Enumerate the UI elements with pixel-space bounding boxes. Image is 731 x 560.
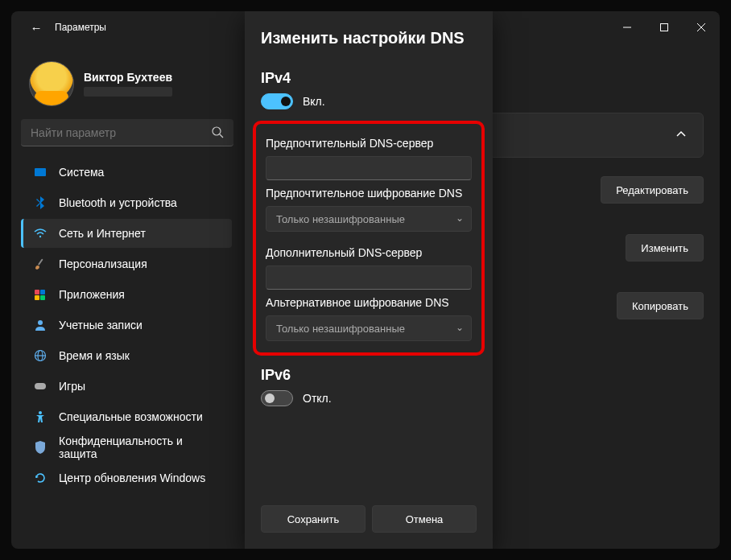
nav-item-accessibility[interactable]: Специальные возможности <box>21 402 232 431</box>
ipv6-heading: IPv6 <box>261 367 477 384</box>
ipv4-toggle[interactable] <box>261 93 293 109</box>
save-button[interactable]: Сохранить <box>261 505 366 533</box>
nav-label: Время и язык <box>59 349 130 362</box>
alt-encryption-label: Альтернативное шифрование DNS <box>266 296 472 309</box>
brush-icon <box>33 257 47 271</box>
nav-item-windows-update[interactable]: Центр обновления Windows <box>21 463 232 492</box>
chevron-up-icon <box>675 129 687 142</box>
maximize-button[interactable] <box>646 11 683 43</box>
dialog-footer: Сохранить Отмена <box>245 496 493 549</box>
nav-item-network[interactable]: Сеть и Интернет <box>21 219 232 248</box>
nav-label: Специальные возможности <box>59 410 203 423</box>
user-icon <box>33 318 47 332</box>
nav-item-system[interactable]: Система <box>21 158 232 187</box>
nav-item-accounts[interactable]: Учетные записи <box>21 311 232 340</box>
cancel-button[interactable]: Отмена <box>372 505 477 533</box>
preferred-dns-label: Предпочтительный DNS-сервер <box>266 137 472 150</box>
system-icon <box>33 165 47 179</box>
nav-label: Игры <box>59 380 85 393</box>
ipv6-toggle-label: Откл. <box>303 392 332 405</box>
copy-button[interactable]: Копировать <box>617 292 704 319</box>
nav-label: Система <box>59 166 104 179</box>
update-icon <box>33 471 47 485</box>
nav-label: Конфиденциальность и защита <box>59 434 222 460</box>
accessibility-icon <box>33 410 47 424</box>
bluetooth-icon <box>33 196 47 210</box>
nav-label: Учетные записи <box>59 319 142 331</box>
wifi-icon <box>33 226 47 241</box>
dns-settings-dialog: Изменить настройки DNS IPv4 Вкл. Предпоч… <box>245 11 493 549</box>
user-name: Виктор Бухтеев <box>84 71 172 84</box>
minimize-button[interactable] <box>609 11 646 43</box>
alt-dns-input[interactable] <box>266 266 472 290</box>
preferred-encryption-label: Предпочтительное шифрование DNS <box>266 187 472 200</box>
app-title: Параметры <box>55 22 106 33</box>
dialog-title: Изменить настройки DNS <box>261 29 477 47</box>
edit-button[interactable]: Редактировать <box>601 176 704 204</box>
ipv4-heading: IPv4 <box>261 70 477 87</box>
search-input[interactable] <box>21 119 233 146</box>
window-controls <box>609 11 720 43</box>
ipv6-toggle[interactable] <box>261 390 293 406</box>
preferred-encryption-select[interactable]: Только незашифрованные <box>266 206 472 232</box>
svg-rect-7 <box>38 258 43 266</box>
avatar <box>29 61 74 106</box>
nav-list: Система Bluetooth и устройства Сеть и Ин… <box>18 156 237 492</box>
globe-icon <box>33 348 47 363</box>
nav-item-privacy[interactable]: Конфиденциальность и защита <box>21 433 232 462</box>
preferred-dns-input[interactable] <box>266 156 472 180</box>
highlight-box: Предпочтительный DNS-сервер Предпочтител… <box>253 121 485 356</box>
left-column: Виктор Бухтеев Система Bluetooth и ус <box>11 51 243 499</box>
nav-label: Центр обновления Windows <box>59 471 205 484</box>
nav-label: Bluetooth и устройства <box>59 196 177 209</box>
svg-rect-12 <box>35 383 46 389</box>
change-button[interactable]: Изменить <box>626 234 704 261</box>
nav-item-time-language[interactable]: Время и язык <box>21 341 232 370</box>
nav-label: Сеть и Интернет <box>59 227 146 240</box>
nav-label: Приложения <box>59 288 125 301</box>
close-button[interactable] <box>683 11 720 43</box>
svg-point-13 <box>39 411 42 414</box>
ipv4-toggle-row: Вкл. <box>261 93 477 109</box>
alt-encryption-select[interactable]: Только незашифрованные <box>266 315 472 341</box>
ipv4-toggle-label: Вкл. <box>303 95 325 108</box>
settings-window: ← Параметры Виктор Бухтеев <box>11 11 720 549</box>
apps-icon <box>33 287 47 302</box>
nav-item-gaming[interactable]: Игры <box>21 372 232 401</box>
back-button[interactable]: ← <box>24 21 48 35</box>
svg-point-8 <box>38 320 43 325</box>
shield-icon <box>33 440 47 455</box>
gamepad-icon <box>33 379 47 393</box>
nav-item-bluetooth[interactable]: Bluetooth и устройства <box>21 188 232 217</box>
user-subtext <box>84 87 172 97</box>
alt-dns-label: Дополнительный DNS-сервер <box>266 246 472 259</box>
ipv6-toggle-row: Откл. <box>261 390 477 406</box>
svg-point-6 <box>39 236 41 237</box>
search-container <box>18 119 237 156</box>
nav-item-personalization[interactable]: Персонализация <box>21 249 232 278</box>
nav-label: Персонализация <box>59 257 147 270</box>
user-block[interactable]: Виктор Бухтеев <box>18 58 237 119</box>
nav-item-apps[interactable]: Приложения <box>21 280 232 309</box>
svg-rect-1 <box>661 24 668 31</box>
